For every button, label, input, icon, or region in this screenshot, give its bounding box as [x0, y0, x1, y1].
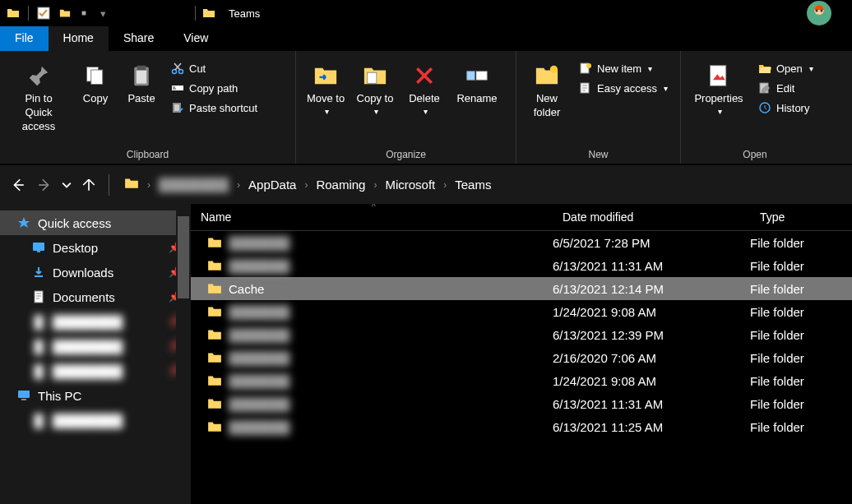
file-row[interactable]: ███████ 6/13/2021 11:31 AM File folder — [191, 254, 852, 277]
svg-point-20 — [550, 66, 558, 73]
folder-icon — [207, 396, 222, 411]
copy-path-button[interactable]: Copy path — [166, 79, 262, 97]
history-button[interactable]: History — [753, 99, 819, 117]
forward-button[interactable] — [33, 173, 56, 197]
tab-share[interactable]: Share — [109, 26, 169, 51]
tab-home[interactable]: Home — [49, 26, 109, 51]
svg-rect-27 — [33, 243, 44, 251]
copy-to-button[interactable]: Copy to▾ — [352, 59, 398, 120]
back-button[interactable] — [7, 173, 30, 197]
file-name: ███████ — [229, 420, 289, 434]
breadcrumb-item[interactable]: Microsoft — [385, 178, 435, 192]
quick-access-toolbar: ▾ — [3, 6, 113, 21]
paste-shortcut-button[interactable]: Paste shortcut — [166, 99, 262, 117]
cut-button[interactable]: Cut — [166, 59, 262, 77]
column-header-name[interactable]: Name — [191, 210, 553, 224]
history-icon — [758, 101, 771, 114]
tab-file[interactable]: File — [0, 26, 49, 51]
separator — [195, 6, 196, 21]
folder-icon — [207, 304, 222, 319]
up-button[interactable] — [77, 173, 100, 197]
qat-item-icon[interactable] — [80, 7, 88, 20]
folder-icon — [207, 419, 222, 434]
delete-button[interactable]: Delete▾ — [401, 59, 447, 120]
sidebar-item-quick-access[interactable]: Quick access — [0, 210, 191, 235]
new-item-button[interactable]: New item▾ — [574, 59, 673, 77]
svg-rect-16 — [368, 72, 377, 83]
file-list: ^ Name Date modified Type ███████ 6/5/20… — [191, 204, 852, 504]
svg-point-4 — [816, 10, 818, 12]
tab-view[interactable]: View — [169, 26, 223, 51]
folder-small-icon[interactable] — [58, 7, 72, 20]
avatar-icon — [806, 0, 832, 26]
easy-access-icon — [579, 81, 592, 95]
edit-button[interactable]: Edit — [753, 79, 819, 97]
svg-rect-28 — [37, 251, 40, 252]
chevron-right-icon[interactable]: › — [237, 179, 240, 191]
pin-quick-access-button[interactable]: Pin to Quick access — [7, 59, 71, 137]
breadcrumb-item-hidden[interactable]: ████████ — [159, 178, 229, 192]
sidebar-item-hidden[interactable]: █████████📌 — [0, 358, 191, 383]
checklist-icon[interactable] — [37, 7, 50, 20]
breadcrumb[interactable]: › ████████ › AppData › Roaming › Microso… — [124, 176, 491, 193]
downloads-icon — [31, 265, 46, 280]
svg-rect-1 — [82, 12, 86, 16]
breadcrumb-item[interactable]: Roaming — [316, 178, 365, 192]
chevron-right-icon[interactable]: › — [147, 179, 150, 191]
chevron-right-icon[interactable]: › — [443, 179, 447, 191]
column-header-type[interactable]: Type — [750, 210, 852, 224]
scrollbar[interactable] — [176, 204, 191, 504]
sidebar-item-this-pc[interactable]: This PC — [0, 383, 191, 408]
rename-button[interactable]: Rename — [451, 59, 503, 109]
file-name: Cache — [229, 282, 264, 296]
file-date: 2/16/2020 7:06 AM — [553, 351, 750, 365]
sidebar-item-hidden[interactable]: █████████📌 — [0, 309, 191, 334]
chevron-right-icon[interactable]: › — [304, 179, 308, 191]
easy-access-button[interactable]: Easy access▾ — [574, 79, 673, 97]
recent-button[interactable] — [59, 173, 74, 197]
file-row[interactable]: ███████ 1/24/2021 9:08 AM File folder — [191, 300, 852, 323]
breadcrumb-item[interactable]: Teams — [455, 178, 491, 192]
ribbon-tabs: File Home Share View — [0, 26, 852, 51]
pc-icon — [16, 388, 31, 403]
file-row[interactable]: ███████ 1/24/2021 9:08 AM File folder — [191, 369, 852, 392]
delete-icon — [411, 62, 438, 89]
file-name: ███████ — [229, 259, 289, 273]
file-row[interactable]: ███████ 2/16/2020 7:06 AM File folder — [191, 346, 852, 369]
sidebar-item-documents[interactable]: Documents 📌 — [0, 284, 191, 309]
file-date: 6/13/2021 12:39 PM — [553, 328, 750, 342]
file-type: File folder — [750, 236, 852, 250]
svg-rect-31 — [21, 399, 26, 400]
chevron-down-icon[interactable]: ▾ — [96, 7, 109, 20]
sidebar-item-hidden[interactable]: █████████ — [0, 408, 191, 432]
sidebar-item-hidden[interactable]: █████████📌 — [0, 334, 191, 358]
new-item-icon — [579, 62, 592, 75]
folder-icon — [124, 176, 139, 193]
documents-icon — [31, 289, 46, 304]
file-row[interactable]: ███████ 6/13/2021 11:31 AM File folder — [191, 392, 852, 415]
sidebar-item-downloads[interactable]: Downloads 📌 — [0, 260, 191, 284]
file-row[interactable]: Cache 6/13/2021 12:14 PM File folder — [191, 277, 852, 300]
breadcrumb-item[interactable]: AppData — [248, 178, 296, 192]
column-header-date[interactable]: Date modified — [553, 210, 750, 224]
file-date: 6/5/2021 7:28 PM — [553, 236, 750, 250]
open-button[interactable]: Open▾ — [753, 59, 819, 77]
file-row[interactable]: ███████ 6/5/2021 7:28 PM File folder — [191, 231, 852, 254]
copy-button[interactable]: Copy — [74, 59, 117, 109]
sort-indicator-icon: ^ — [372, 204, 376, 211]
move-to-button[interactable]: Move to▾ — [303, 59, 349, 120]
rename-icon — [464, 62, 490, 89]
scroll-thumb[interactable] — [178, 216, 189, 298]
pin-icon — [25, 62, 52, 89]
properties-button[interactable]: Properties▾ — [688, 59, 750, 120]
new-folder-button[interactable]: New folder — [523, 59, 571, 123]
svg-rect-7 — [91, 70, 103, 85]
file-row[interactable]: ███████ 6/13/2021 12:39 PM File folder — [191, 323, 852, 346]
file-row[interactable]: ███████ 6/13/2021 11:25 AM File folder — [191, 415, 852, 438]
file-name: ███████ — [229, 397, 289, 411]
svg-rect-30 — [18, 391, 30, 398]
sidebar-item-desktop[interactable]: Desktop 📌 — [0, 235, 191, 260]
paste-button[interactable]: Paste — [120, 59, 163, 109]
file-type: File folder — [750, 374, 852, 388]
chevron-right-icon[interactable]: › — [373, 179, 377, 191]
